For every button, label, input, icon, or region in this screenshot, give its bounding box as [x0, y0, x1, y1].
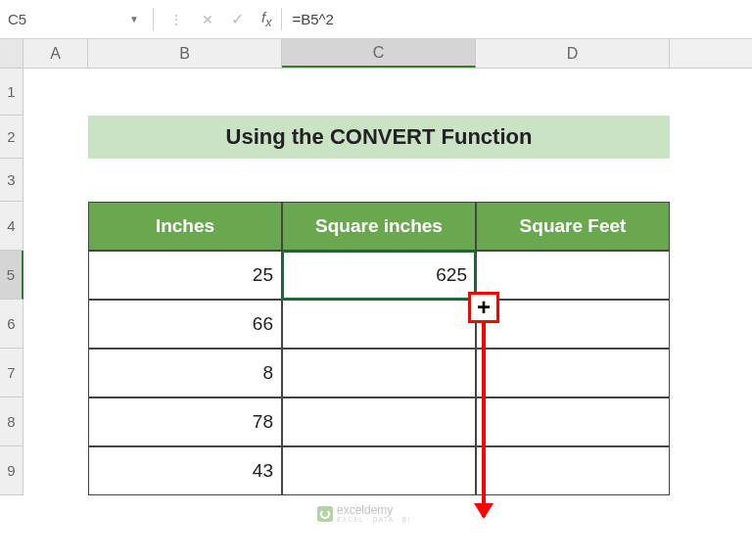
cell-C5[interactable]: 625 — [282, 251, 476, 300]
watermark-brand: exceldemy — [337, 504, 410, 516]
cell-C9[interactable] — [282, 446, 476, 495]
plus-icon: + — [477, 296, 491, 319]
cell-D6[interactable] — [476, 300, 670, 349]
formula-bar: C5 ▼ ⋮ ✕ ✓ fx =B5^2 — [0, 0, 752, 39]
cell-C6[interactable] — [282, 300, 476, 349]
cell-B6[interactable]: 66 — [88, 300, 282, 349]
row-header-9[interactable]: 9 — [0, 446, 24, 495]
cancel-icon[interactable]: ✕ — [202, 12, 213, 27]
fill-handle[interactable]: + — [468, 292, 499, 323]
name-box[interactable]: C5 ▼ — [0, 0, 147, 38]
row-header-8[interactable]: 8 — [0, 397, 24, 446]
confirm-icon[interactable]: ✓ — [231, 10, 244, 28]
row-header-7[interactable]: 7 — [0, 349, 24, 397]
row-header-3[interactable]: 3 — [0, 159, 24, 202]
chevron-down-icon[interactable]: ▼ — [121, 14, 147, 24]
cell-B8[interactable]: 78 — [88, 397, 282, 446]
col-header-D[interactable]: D — [476, 39, 670, 68]
data-table: Inches Square inches Square Feet 25 625 … — [88, 202, 670, 495]
cells-area[interactable]: Using the CONVERT Function Inches Square… — [24, 69, 752, 495]
col-header-A[interactable]: A — [24, 39, 88, 68]
formula-text: =B5^2 — [292, 11, 334, 27]
col-header-B[interactable]: B — [88, 39, 282, 68]
row-header-2[interactable]: 2 — [0, 116, 24, 159]
header-inches: Inches — [88, 202, 282, 251]
select-all-corner[interactable] — [0, 39, 24, 68]
row-headers: 1 2 3 4 5 6 7 8 9 — [0, 69, 24, 495]
watermark-badge-icon — [317, 506, 333, 522]
more-icon: ⋮ — [169, 12, 184, 27]
watermark-tagline: EXCEL · DATA · BI — [337, 516, 410, 523]
cell-C8[interactable] — [282, 397, 476, 446]
header-sq-feet: Square Feet — [476, 202, 670, 251]
cell-D8[interactable] — [476, 397, 670, 446]
cell-D7[interactable] — [476, 349, 670, 397]
cell-B7[interactable]: 8 — [88, 349, 282, 397]
column-headers: A B C D — [0, 39, 752, 69]
row-header-5[interactable]: 5 — [0, 251, 24, 300]
cell-B5[interactable]: 25 — [88, 251, 282, 300]
cell-B9[interactable]: 43 — [88, 446, 282, 495]
fx-icon[interactable]: fx — [261, 9, 271, 29]
row-header-6[interactable]: 6 — [0, 300, 24, 349]
divider — [153, 8, 154, 30]
col-header-C[interactable]: C — [282, 39, 476, 68]
cell-D9[interactable] — [476, 446, 670, 495]
row-header-1[interactable]: 1 — [0, 69, 24, 116]
waterm、ark: exceldemy EXCEL · DATA · BI — [317, 504, 410, 523]
name-box-value: C5 — [8, 11, 26, 27]
formula-bar-controls: ⋮ ✕ ✓ fx — [160, 9, 281, 29]
table-row: 66 — [88, 300, 670, 349]
formula-input[interactable]: =B5^2 — [282, 11, 752, 27]
cell-D5[interactable] — [476, 251, 670, 300]
table-row: 78 — [88, 397, 670, 446]
table-row: 8 — [88, 349, 670, 397]
header-sq-inches: Square inches — [282, 202, 476, 251]
cell-C7[interactable] — [282, 349, 476, 397]
page-title: Using the CONVERT Function — [88, 116, 670, 159]
table-header-row: Inches Square inches Square Feet — [88, 202, 670, 251]
drag-down-arrow-icon — [482, 321, 486, 517]
table-row: 25 625 — [88, 251, 670, 300]
row-header-4[interactable]: 4 — [0, 202, 24, 251]
table-row: 43 — [88, 446, 670, 495]
